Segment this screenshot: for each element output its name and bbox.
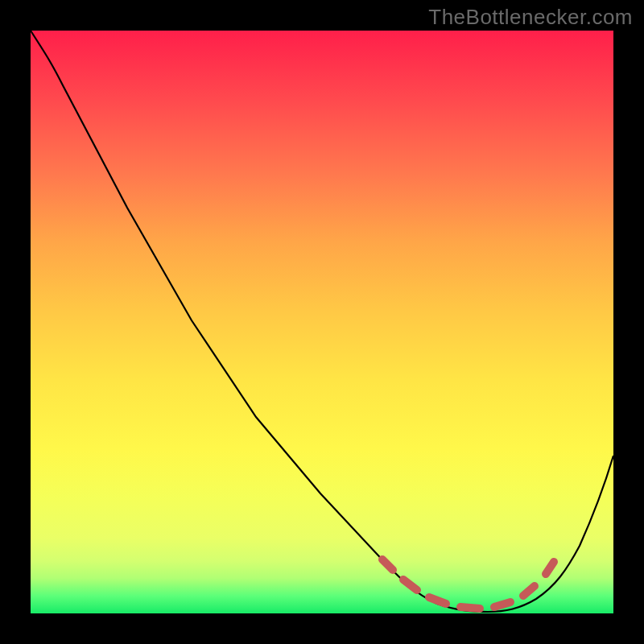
svg-line-4 — [494, 602, 510, 607]
svg-line-0 — [382, 559, 393, 570]
svg-line-5 — [523, 586, 535, 596]
optimal-range-dashes — [382, 559, 554, 609]
chart-plot-area — [31, 31, 613, 613]
attribution-text: TheBottlenecker.com — [428, 5, 633, 30]
chart-stage: TheBottlenecker.com — [0, 0, 644, 644]
svg-line-1 — [403, 580, 417, 590]
svg-line-3 — [460, 607, 480, 609]
bottleneck-curve — [31, 31, 613, 612]
svg-line-6 — [546, 562, 554, 574]
svg-line-2 — [429, 597, 446, 604]
chart-svg — [31, 31, 613, 613]
